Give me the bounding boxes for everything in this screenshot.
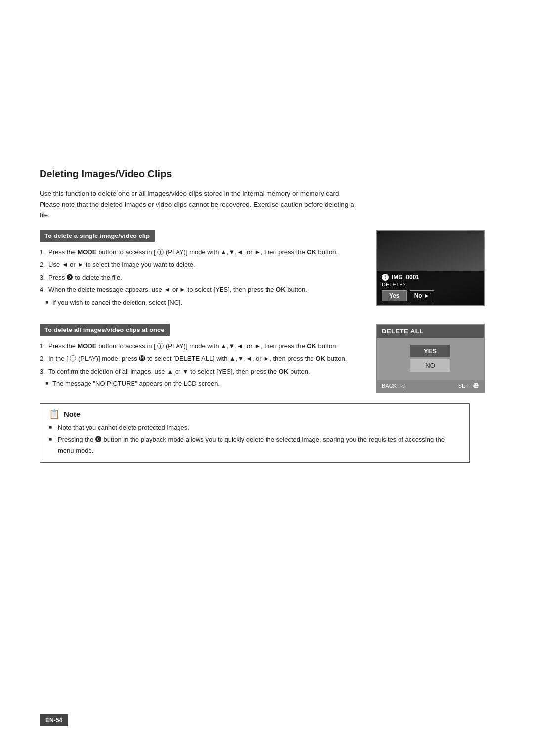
subsection2-right: DELETE ALL YES NO BACK : ◁ SET : ⓮ [376,324,494,396]
note-box: 📋 Note Note that you cannot delete prote… [40,403,470,463]
step-4-bullet: If you wish to cancel the deletion, sele… [40,297,361,308]
camera-screen-single: ! IMG_0001 DELETE? Yes No ► [376,230,485,306]
camera-screen-deleteall: DELETE ALL YES NO BACK : ◁ SET : ⓮ [376,324,485,393]
step-1: Press the MODE button to access in [ ⓘ (… [40,247,361,257]
subsection2-header: To delete all images/video clips at once [40,324,170,336]
step-4: When the delete message appears, use ◄ o… [40,284,361,295]
subsection2-left: To delete all images/video clips at once… [40,324,361,396]
camera-delete-text: DELETE? [382,282,479,287]
note-items: Note that you cannot delete protected im… [49,423,460,456]
subsection2-area: To delete all images/video clips at once… [40,324,494,396]
subsection1-left: To delete a single image/video clip Pres… [40,230,361,315]
intro-text: Use this function to delete one or all i… [40,189,356,221]
back-label: BACK : ◁ [382,383,405,389]
step2-3-bullet: The message "NO PICTURE" appears on the … [40,378,361,389]
page: Deleting Images/Video Clips Use this fun… [0,0,534,756]
camera-yes-button[interactable]: Yes [382,290,407,301]
subsection1-steps: Press the MODE button to access in [ ⓘ (… [40,247,361,308]
note-title: 📋 Note [49,409,460,420]
subsection2-steps: Press the MODE button to access in [ ⓘ (… [40,341,361,389]
delete-all-title: DELETE ALL [377,325,484,338]
delete-all-body: YES NO [377,338,484,380]
section-title: Deleting Images/Video Clips [40,168,494,180]
subsection1-header: To delete a single image/video clip [40,230,155,242]
step2-2: In the [ ⓘ (PLAY)] mode, press ⓮ to sele… [40,353,361,364]
camera-filename: ! IMG_0001 [382,274,479,281]
note-item-1: Note that you cannot delete protected im… [49,423,460,433]
camera-screen-overlay: ! IMG_0001 DELETE? Yes No ► [377,271,484,305]
step-3: Press ⓿ to delete the file. [40,272,361,283]
camera-no-button[interactable]: No ► [410,290,434,301]
delete-all-yes[interactable]: YES [410,345,450,357]
set-label: SET : ⓮ [458,383,479,389]
step2-1: Press the MODE button to access in [ ⓘ (… [40,341,361,351]
top-spacer [40,30,494,168]
subsection1-area: To delete a single image/video clip Pres… [40,230,494,315]
delete-all-no[interactable]: NO [410,359,450,372]
info-icon: ! [382,274,389,281]
step-2: Use ◄ or ► to select the image you want … [40,259,361,270]
delete-all-footer: BACK : ◁ SET : ⓮ [377,380,484,392]
step2-3: To confirm the deletion of all images, u… [40,366,361,377]
note-icon: 📋 [49,409,60,420]
camera-buttons: Yes No ► [382,290,479,301]
page-number: EN-54 [40,714,68,726]
note-item-2: Pressing the ⓿ button in the playback mo… [49,434,460,456]
subsection1-right: ! IMG_0001 DELETE? Yes No ► [376,230,494,315]
